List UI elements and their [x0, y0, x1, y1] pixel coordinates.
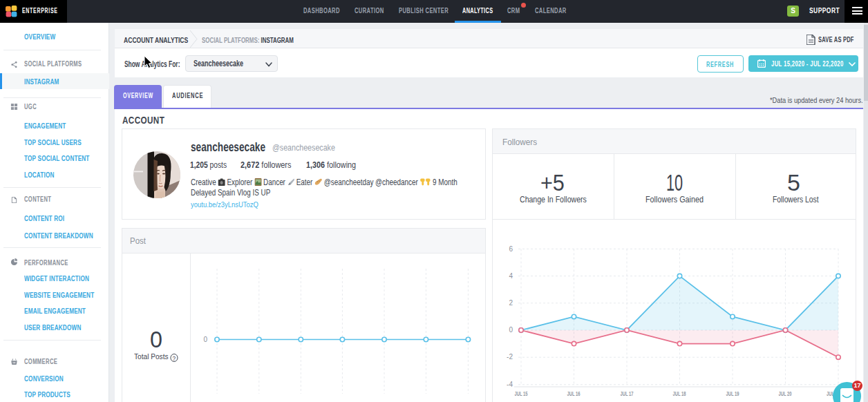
svg-text:-4: -4: [507, 381, 513, 388]
svg-text:4: 4: [509, 272, 513, 280]
svg-text:JUL 16: JUL 16: [567, 390, 581, 397]
svg-text:JUL 19: JUL 19: [726, 390, 739, 397]
svg-text:2: 2: [509, 299, 513, 307]
svg-text:JUL 18: JUL 18: [673, 390, 686, 397]
svg-text:6: 6: [509, 245, 513, 253]
svg-text:JUL 17: JUL 17: [621, 390, 634, 397]
svg-text:JUL 15: JUL 15: [515, 390, 528, 397]
svg-text:0: 0: [509, 326, 513, 334]
svg-text:0: 0: [203, 336, 207, 343]
svg-text:-2: -2: [507, 353, 513, 361]
svg-text:JUL 20: JUL 20: [779, 390, 792, 397]
